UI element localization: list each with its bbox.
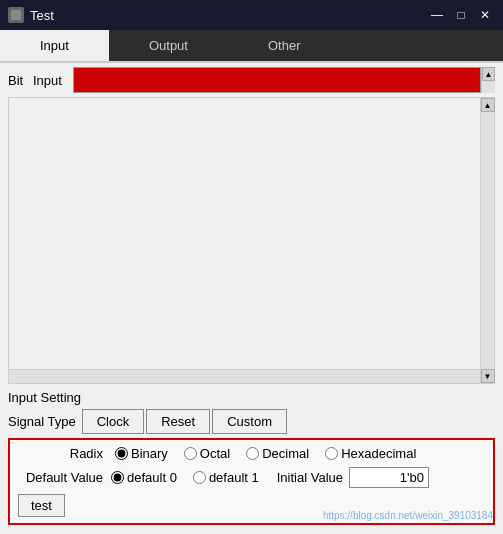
default-value-options: default 0 default 1 — [111, 470, 259, 485]
test-button[interactable]: test — [18, 494, 65, 517]
default-0-label: default 0 — [127, 470, 177, 485]
input-signal-bar — [73, 67, 481, 93]
radix-radio-group: Binary Octal Decimal Hexadecimal — [115, 446, 416, 461]
default-0-option[interactable]: default 0 — [111, 470, 177, 485]
watermark: https://blog.csdn.net/weixin_39103184 — [323, 510, 493, 521]
bit-input-row: Bit Input ▲ — [8, 67, 495, 93]
radix-decimal-radio[interactable] — [246, 447, 259, 460]
scroll-down-button[interactable]: ▼ — [481, 369, 495, 383]
radix-row: Radix Binary Octal Decimal — [18, 446, 485, 461]
radix-octal-radio[interactable] — [184, 447, 197, 460]
svg-rect-0 — [11, 10, 21, 20]
title-bar: Test — □ ✕ — [0, 0, 503, 30]
radix-decimal-label: Decimal — [262, 446, 309, 461]
tab-input[interactable]: Input — [0, 30, 109, 61]
radix-hexadecimal[interactable]: Hexadecimal — [325, 446, 416, 461]
content-area: Bit Input ▲ ▲ ▼ Input Setting Signal Typ… — [0, 63, 503, 529]
radix-binary[interactable]: Binary — [115, 446, 168, 461]
default-value-row: Default Value default 0 default 1 Initia… — [18, 467, 485, 488]
signal-display-area: ▲ ▼ — [8, 97, 495, 384]
custom-button[interactable]: Custom — [212, 409, 287, 434]
scrollbar-right[interactable]: ▲ ▼ — [480, 98, 494, 383]
radix-binary-radio[interactable] — [115, 447, 128, 460]
tabs-bar: Input Output Other — [0, 30, 503, 63]
title-bar-controls: — □ ✕ — [427, 5, 495, 25]
input-label: Input — [33, 73, 73, 88]
minimize-button[interactable]: — — [427, 5, 447, 25]
scroll-up-arrow[interactable]: ▲ — [482, 67, 495, 81]
app-icon — [8, 7, 24, 23]
radix-hex-radio[interactable] — [325, 447, 338, 460]
default-0-radio[interactable] — [111, 471, 124, 484]
default-value-label: Default Value — [18, 470, 103, 485]
maximize-button[interactable]: □ — [451, 5, 471, 25]
tab-output[interactable]: Output — [109, 30, 228, 61]
signal-type-label: Signal Type — [8, 414, 76, 429]
initial-value-input[interactable] — [349, 467, 429, 488]
close-button[interactable]: ✕ — [475, 5, 495, 25]
default-1-radio[interactable] — [193, 471, 206, 484]
radix-hex-label: Hexadecimal — [341, 446, 416, 461]
radix-decimal[interactable]: Decimal — [246, 446, 309, 461]
radix-label: Radix — [18, 446, 103, 461]
initial-value-label: Initial Value — [277, 470, 343, 485]
default-1-label: default 1 — [209, 470, 259, 485]
scrollbar-bottom[interactable] — [9, 369, 480, 383]
input-setting-section: Input Setting Signal Type Clock Reset Cu… — [8, 390, 495, 525]
radix-octal-label: Octal — [200, 446, 230, 461]
signal-type-row: Signal Type Clock Reset Custom — [8, 409, 495, 434]
reset-button[interactable]: Reset — [146, 409, 210, 434]
radix-octal[interactable]: Octal — [184, 446, 230, 461]
initial-value-section: Initial Value — [277, 467, 429, 488]
scroll-up-button[interactable]: ▲ — [481, 98, 495, 112]
radix-binary-label: Binary — [131, 446, 168, 461]
tab-other[interactable]: Other — [228, 30, 341, 61]
bit-label: Bit — [8, 73, 33, 88]
clock-button[interactable]: Clock — [82, 409, 145, 434]
title-bar-left: Test — [8, 7, 54, 23]
input-setting-title: Input Setting — [8, 390, 495, 405]
default-1-option[interactable]: default 1 — [193, 470, 259, 485]
window-title: Test — [30, 8, 54, 23]
